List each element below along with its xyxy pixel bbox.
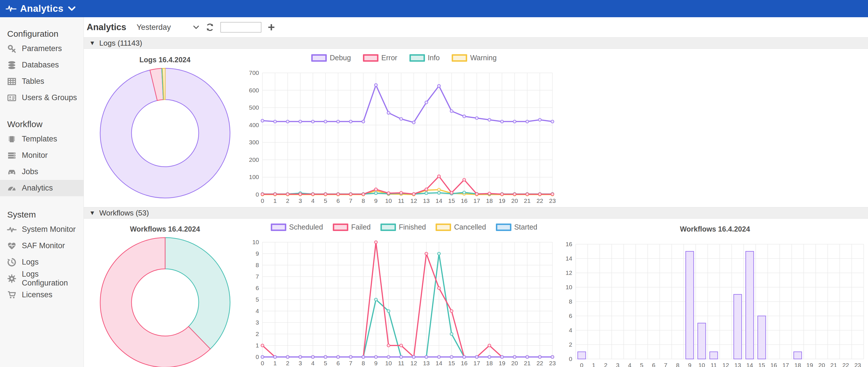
key-icon (6, 43, 17, 54)
gauge-icon (6, 183, 17, 194)
sidebar-item-label: Licenses (22, 290, 53, 299)
toolbar: Analytics Yesterday (84, 17, 868, 37)
svg-text:10: 10 (385, 197, 392, 204)
section-header-logs[interactable]: ▼ Logs (11143) (84, 37, 868, 49)
svg-text:400: 400 (249, 122, 259, 128)
section-header-workflows[interactable]: ▼ Workflows (53) (84, 207, 868, 219)
sidebar: ConfigurationParametersDatabasesTablesUs… (0, 17, 84, 367)
legend-swatch (452, 54, 467, 62)
svg-text:9: 9 (374, 360, 378, 366)
svg-text:14: 14 (436, 197, 442, 204)
svg-text:10: 10 (565, 284, 572, 290)
add-button[interactable] (268, 24, 275, 31)
svg-text:0: 0 (255, 191, 259, 198)
legend-item-finished[interactable]: Finished (380, 223, 426, 231)
svg-text:15: 15 (448, 197, 455, 204)
svg-text:20: 20 (818, 362, 825, 367)
sidebar-item-databases[interactable]: Databases (0, 57, 84, 73)
sidebar-item-logs-configuration[interactable]: Logs Configuration (0, 270, 84, 287)
id-card-icon (6, 92, 17, 103)
car-icon (6, 166, 17, 177)
waveform-logo-icon (6, 3, 17, 14)
legend-item-warning[interactable]: Warning (452, 54, 496, 62)
svg-text:6: 6 (337, 197, 340, 204)
sidebar-section-workflow: WorkflowTemplatesMonitorJobsAnalytics (0, 118, 84, 196)
svg-text:7: 7 (255, 273, 259, 280)
svg-text:3: 3 (299, 197, 302, 204)
sidebar-item-licenses[interactable]: Licenses (0, 287, 84, 303)
sidebar-item-parameters[interactable]: Parameters (0, 40, 84, 57)
sidebar-item-users-groups[interactable]: Users & Groups (0, 90, 84, 106)
period-select[interactable]: Yesterday (137, 23, 199, 32)
svg-text:4: 4 (311, 360, 315, 366)
svg-text:5: 5 (640, 362, 644, 367)
svg-text:100: 100 (249, 174, 259, 180)
sidebar-item-tables[interactable]: Tables (0, 73, 84, 90)
workflows-bar-block: Workflows 16.4.2024 02468101214160123456… (562, 219, 868, 367)
svg-text:2: 2 (255, 331, 259, 337)
svg-text:14: 14 (436, 360, 442, 366)
svg-text:17: 17 (473, 360, 480, 366)
sidebar-item-logs[interactable]: Logs (0, 254, 84, 270)
legend-item-info[interactable]: Info (409, 54, 440, 62)
legend-label: Error (381, 54, 397, 62)
sidebar-item-templates[interactable]: Templates (0, 131, 84, 147)
sidebar-item-jobs[interactable]: Jobs (0, 164, 84, 180)
refresh-button[interactable] (206, 23, 214, 32)
plus-icon (268, 24, 275, 31)
sidebar-section-title: Configuration (0, 27, 84, 40)
legend-label: Finished (399, 223, 426, 231)
svg-text:23: 23 (549, 360, 556, 366)
sidebar-item-label: Monitor (22, 151, 48, 160)
svg-text:8: 8 (255, 262, 259, 268)
legend-item-scheduled[interactable]: Scheduled (271, 223, 323, 231)
svg-text:19: 19 (806, 362, 813, 367)
svg-text:21: 21 (524, 360, 530, 366)
svg-text:12: 12 (410, 360, 417, 366)
svg-text:0: 0 (569, 356, 572, 362)
refresh-icon (206, 23, 214, 32)
svg-text:10: 10 (698, 362, 705, 367)
svg-text:20: 20 (512, 360, 518, 366)
sidebar-item-label: SAF Monitor (22, 241, 65, 250)
sidebar-item-system-monitor[interactable]: System Monitor (0, 221, 84, 238)
sidebar-section-title: Workflow (0, 118, 84, 131)
svg-text:16: 16 (461, 197, 467, 204)
sidebar-item-saf-monitor[interactable]: SAF Monitor (0, 238, 84, 254)
sidebar-item-analytics[interactable]: Analytics (0, 180, 84, 196)
svg-text:18: 18 (794, 362, 801, 367)
svg-text:5: 5 (324, 197, 327, 204)
svg-text:1: 1 (273, 360, 277, 366)
sidebar-item-label: Templates (22, 135, 57, 143)
sidebar-item-monitor[interactable]: Monitor (0, 147, 84, 164)
svg-text:20: 20 (512, 197, 518, 204)
page-title: Analytics (87, 22, 126, 32)
cart-icon (6, 290, 17, 300)
header-chevron-down-icon[interactable] (68, 6, 75, 11)
legend-item-debug[interactable]: Debug (311, 54, 351, 62)
workflows-section-body: Workflows 16.4.2024 ScheduledFailedFinis… (84, 219, 868, 367)
legend-item-started[interactable]: Started (496, 223, 537, 231)
svg-text:1: 1 (255, 342, 259, 348)
sidebar-item-label: Logs Configuration (22, 270, 84, 288)
legend-item-cancelled[interactable]: Cancelled (436, 223, 486, 231)
sidebar-item-label: Databases (22, 61, 59, 69)
sidebar-section-configuration: ConfigurationParametersDatabasesTablesUs… (0, 27, 84, 106)
sidebar-item-label: System Monitor (22, 225, 76, 234)
svg-text:13: 13 (423, 197, 430, 204)
quick-add-input[interactable] (220, 22, 261, 32)
svg-text:12: 12 (565, 269, 572, 276)
svg-text:300: 300 (249, 139, 259, 145)
workflows-bar-chart: 0246810121416012345678910111213141516171… (564, 233, 867, 367)
legend-item-failed[interactable]: Failed (333, 223, 371, 231)
svg-text:12: 12 (410, 197, 417, 204)
svg-text:14: 14 (746, 362, 753, 367)
legend-item-error[interactable]: Error (363, 54, 397, 62)
logs-donut-block: Logs 16.4.2024 (84, 49, 246, 207)
svg-text:8: 8 (362, 197, 365, 204)
svg-text:18: 18 (486, 360, 493, 366)
svg-text:2: 2 (569, 341, 572, 348)
svg-text:15: 15 (758, 362, 765, 367)
svg-text:0: 0 (261, 197, 264, 204)
legend-label: Failed (351, 223, 371, 231)
